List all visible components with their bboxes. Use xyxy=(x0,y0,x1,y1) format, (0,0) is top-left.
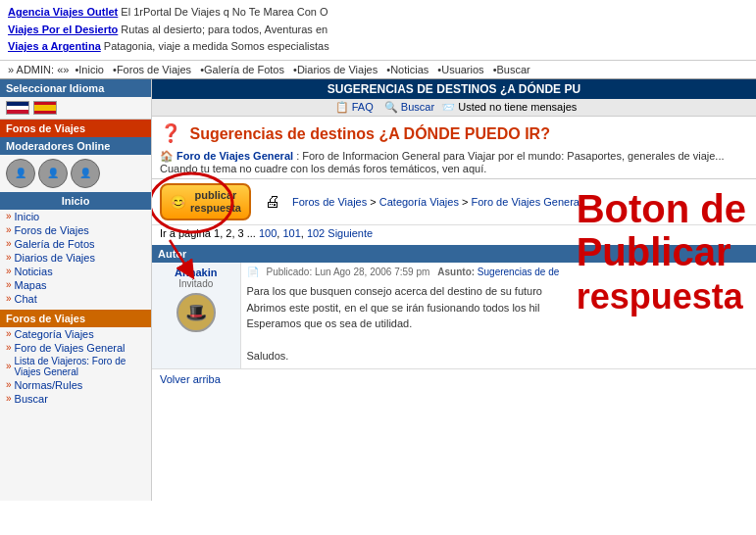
bread-categoria[interactable]: Categoría Viajes xyxy=(379,196,459,208)
nav-inicio[interactable]: •Inicio xyxy=(75,64,104,75)
ad2-link[interactable]: Viajes Por el Desierto xyxy=(8,24,118,35)
page-100-link[interactable]: 100 xyxy=(259,227,277,239)
post-header: 📄 Publicado: Lun Ago 28, 2006 7:59 pm As… xyxy=(247,267,751,277)
mod-avatar-2: 👤 xyxy=(38,159,68,188)
publish-button[interactable]: 😊 publicar respuesta xyxy=(160,183,251,220)
mod-avatar-1: 👤 xyxy=(6,159,35,188)
sidebar: Seleccionar Idioma Foros de Viajes Moder… xyxy=(0,79,152,501)
breadcrumb: Foros de Viajes > Categoría Viajes > For… xyxy=(292,196,581,208)
table-header-autor: Autor xyxy=(152,245,240,263)
flag-uk[interactable] xyxy=(6,101,29,115)
forum-title: ❓ Sugerencias de destinos ¿A DÓNDE PUEDO… xyxy=(160,122,748,144)
content-top-bar: SUGERENCIAS DE DESTINOS ¿A DÓNDE PU xyxy=(152,79,756,99)
actions-bar: 😊 publicar respuesta xyxy=(152,179,756,225)
nav-foros[interactable]: •Foros de Viajes xyxy=(113,64,191,75)
language-flags xyxy=(0,97,151,120)
smiley-icon: 😊 xyxy=(170,194,186,210)
content-area: SUGERENCIAS DE DESTINOS ¿A DÓNDE PU 📋 FA… xyxy=(152,79,756,501)
sidebar-item-noticias[interactable]: Noticias xyxy=(0,265,151,278)
page-101-link[interactable]: 101 xyxy=(282,227,300,239)
thread-table: Autor Annakin Invitado 🎩 📄 xyxy=(152,245,756,369)
bread-foro-general[interactable]: Foro de Viajes General xyxy=(471,196,581,208)
sidebar-item-buscar[interactable]: Buscar xyxy=(0,392,151,406)
sidebar-foros-title: Foros de Viajes xyxy=(0,120,151,137)
back-to-top-link[interactable]: Volver arriba xyxy=(152,369,756,389)
nav-galeria[interactable]: •Galería de Fotos xyxy=(200,64,284,75)
main-layout: Seleccionar Idioma Foros de Viajes Moder… xyxy=(0,79,756,501)
nav-bar: » ADMIN: «» •Inicio •Foros de Viajes •Ga… xyxy=(0,61,756,79)
post-body: Para los que busquen consejo acerca del … xyxy=(247,283,751,365)
buscar-link[interactable]: 🔍 Buscar xyxy=(384,101,434,113)
nav-divider: «» xyxy=(57,64,72,75)
print-icon[interactable]: 🖨 xyxy=(265,193,280,211)
post-subject-label: Asunto: Sugerencias de de xyxy=(437,267,559,277)
foro-viajes-link[interactable]: Foro de Viajes General xyxy=(176,150,293,162)
pagination-bar: Ir a página 1, 2, 3 ... 100, 101, 102 Si… xyxy=(152,225,756,241)
page-next-link[interactable]: Siguiente xyxy=(328,227,373,239)
forum-title-bar: ❓ Sugerencias de destinos ¿A DÓNDE PUEDO… xyxy=(152,117,756,148)
content-sub-bar: 📋 FAQ 🔍 Buscar 📨 Usted no tiene mensajes xyxy=(152,99,756,117)
nav-usuarios[interactable]: •Usuarios xyxy=(437,64,483,75)
flag-es[interactable] xyxy=(33,101,57,115)
nav-buscar[interactable]: •Buscar xyxy=(493,64,530,75)
sidebar-item-chat[interactable]: Chat xyxy=(0,292,151,306)
admin-label: » ADMIN: xyxy=(8,64,54,75)
sidebar-item-categoria-viajes[interactable]: Categoría Viajes xyxy=(0,327,151,341)
ad1-link[interactable]: Agencia Viajes Outlet xyxy=(8,6,118,18)
sidebar-foros2-title: Foros de Viajes xyxy=(0,310,151,327)
table-header-post xyxy=(240,245,756,263)
bread-foros[interactable]: Foros de Viajes xyxy=(292,196,367,208)
author-cell: Annakin Invitado 🎩 xyxy=(152,263,240,368)
seleccionar-idioma-title: Seleccionar Idioma xyxy=(0,79,151,97)
top-ads-bar: Agencia Viajes Outlet El 1rPortal De Via… xyxy=(0,0,756,61)
page-102-link[interactable]: 102 xyxy=(307,227,325,239)
content-wrapper: SUGERENCIAS DE DESTINOS ¿A DÓNDE PU 📋 FA… xyxy=(152,79,756,389)
forum-description: 🏠 Foro de Viajes General : Foro de Infor… xyxy=(152,148,756,179)
sidebar-item-mapas[interactable]: Mapas xyxy=(0,278,151,292)
no-messages-text: 📨 Usted no tiene mensajes xyxy=(441,101,577,113)
post-subject-link[interactable]: Sugerencias de de xyxy=(478,267,559,277)
moderadores-online-title: Moderadores Online xyxy=(0,137,151,155)
sidebar-item-lista-viajeros[interactable]: Lista de Viajeros: Foro de Viajes Genera… xyxy=(0,355,151,378)
inicio-title: Inicio xyxy=(0,192,151,210)
table-row: Annakin Invitado 🎩 📄 Publicado: Lun Ago … xyxy=(152,263,756,368)
post-cell: 📄 Publicado: Lun Ago 28, 2006 7:59 pm As… xyxy=(240,263,756,368)
nav-diarios[interactable]: •Diarios de Viajes xyxy=(293,64,378,75)
sidebar-item-normas[interactable]: Normas/Rules xyxy=(0,378,151,392)
sidebar-item-foro-viajes-general[interactable]: Foro de Viajes General xyxy=(0,341,151,355)
sidebar-item-foros[interactable]: Foros de Viajes xyxy=(0,223,151,237)
mod-avatar-3: 👤 xyxy=(71,159,100,188)
nav-noticias[interactable]: •Noticias xyxy=(386,64,428,75)
author-role: Invitado xyxy=(158,278,234,289)
author-avatar: 🎩 xyxy=(176,293,216,332)
forum-icon: 🏠 xyxy=(160,150,174,162)
mod-avatars: 👤 👤 👤 xyxy=(0,155,151,192)
question-icon: ❓ xyxy=(160,123,181,143)
post-icon: 📄 xyxy=(247,267,259,277)
sidebar-item-galeria[interactable]: Galería de Fotos xyxy=(0,237,151,251)
sidebar-item-diarios[interactable]: Diarios de Viajes xyxy=(0,251,151,265)
sidebar-item-inicio[interactable]: Inicio xyxy=(0,210,151,223)
author-name: Annakin xyxy=(158,267,234,278)
faq-link[interactable]: 📋 FAQ xyxy=(335,101,374,113)
publish-btn-line2: respuesta xyxy=(190,202,241,215)
publish-btn-line1: publicar xyxy=(190,189,241,202)
ad3-link[interactable]: Viajes a Argentina xyxy=(8,40,101,52)
